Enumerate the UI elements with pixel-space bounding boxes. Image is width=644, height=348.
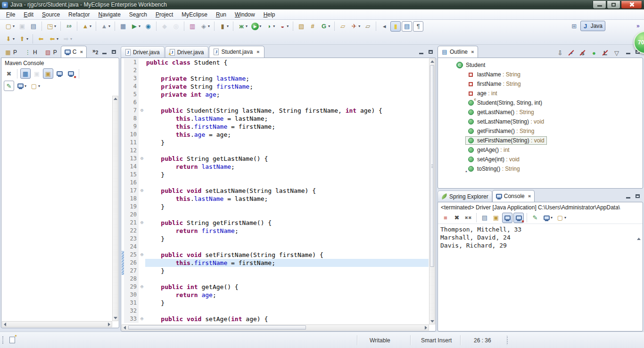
code-text[interactable]: public class Student { bbox=[145, 58, 429, 66]
menu-navigate[interactable]: Navigate bbox=[94, 10, 124, 19]
word-wrap-button[interactable] bbox=[502, 213, 512, 223]
menu-myeclipse[interactable]: MyEclipse bbox=[177, 10, 212, 19]
report-design-button[interactable]: ▥ bbox=[187, 21, 198, 32]
left-vertical-scrollbar[interactable] bbox=[112, 96, 118, 321]
code-text[interactable] bbox=[145, 179, 429, 187]
code-area[interactable]: 1public class Student {23 private String… bbox=[122, 58, 429, 324]
start-server-button[interactable]: ▶▾ bbox=[129, 21, 142, 32]
line-number[interactable]: 33 bbox=[124, 315, 139, 323]
maven-console-output[interactable] bbox=[2, 95, 112, 321]
line-number[interactable]: 16 bbox=[124, 179, 139, 187]
code-text[interactable]: public void setFirstName(String firstNam… bbox=[145, 251, 429, 259]
line-number[interactable]: 10 bbox=[124, 131, 139, 139]
line-number[interactable]: 14 bbox=[124, 163, 139, 171]
code-text[interactable]: return lastName; bbox=[145, 163, 429, 171]
editor-tab-student-java[interactable]: JStudent.java✖ bbox=[209, 46, 264, 58]
line-number[interactable]: 19 bbox=[124, 203, 139, 211]
outline-item-lastname[interactable]: lastName : String bbox=[438, 70, 643, 79]
sort-button[interactable]: ⇩ bbox=[555, 48, 565, 58]
console-vertical-scrollbar[interactable] bbox=[636, 236, 642, 330]
new-class-button[interactable]: G▾ bbox=[319, 21, 331, 32]
line-number[interactable]: 20 bbox=[124, 211, 139, 219]
previous-annotation-button[interactable]: ⬆▾ bbox=[17, 34, 30, 44]
view-tab-spring-explorer[interactable]: Spring Explorer bbox=[438, 191, 492, 202]
outline-item-tostring[interactable]: toString() : String bbox=[438, 164, 643, 174]
mark-occurrences-button[interactable]: ▮ bbox=[390, 21, 401, 32]
line-number[interactable]: 28 bbox=[124, 275, 139, 283]
view-tab-package-explorer[interactable]: ▦P bbox=[1, 46, 21, 58]
outline-item-setlastname-string[interactable]: setLastName(String) : void bbox=[438, 117, 643, 126]
show-on-output-button[interactable]: ✖ bbox=[513, 213, 524, 223]
display-console-button[interactable]: ▾ bbox=[541, 213, 554, 223]
scroll-lock-button[interactable]: ▣ bbox=[491, 213, 501, 223]
toolbar-overflow-chevron[interactable]: » bbox=[636, 23, 640, 29]
open-file-button[interactable]: ▱ bbox=[363, 21, 373, 32]
editor-tab-driver-java[interactable]: J▲Driver.java bbox=[165, 46, 209, 58]
menu-edit[interactable]: Edit bbox=[19, 10, 38, 19]
hide-local-types-button[interactable]: L bbox=[600, 48, 611, 58]
debug-button[interactable]: ж▾ bbox=[236, 21, 249, 32]
minimize-editor-button[interactable] bbox=[417, 48, 425, 55]
view-tab-console[interactable]: Console✖ bbox=[492, 190, 535, 202]
menu-file[interactable]: File bbox=[2, 10, 19, 19]
view-overflow-button[interactable]: »2 bbox=[92, 48, 98, 57]
fold-marker-icon[interactable]: ⊖ bbox=[139, 251, 145, 259]
window-close-button[interactable] bbox=[621, 1, 642, 9]
pin-console-button[interactable]: ✎ bbox=[4, 81, 14, 91]
derby-database-button[interactable]: ▮▾ bbox=[217, 21, 230, 32]
code-text[interactable]: this.lastName = lastName; bbox=[145, 195, 429, 203]
line-number[interactable]: 4 bbox=[124, 83, 139, 91]
window-maximize-button[interactable] bbox=[607, 1, 620, 9]
code-text[interactable] bbox=[145, 99, 429, 107]
code-text[interactable]: public String getFirstName() { bbox=[145, 219, 429, 227]
editor-vertical-scroll-thumb[interactable] bbox=[430, 65, 434, 267]
code-text[interactable]: return firstName; bbox=[145, 227, 429, 235]
fold-marker-icon[interactable]: ⊖ bbox=[139, 107, 145, 115]
hide-static-button[interactable]: s bbox=[578, 48, 588, 58]
back-button[interactable]: ⬅▾ bbox=[47, 34, 60, 44]
code-text[interactable]: } bbox=[145, 139, 429, 147]
line-number[interactable]: 27 bbox=[124, 267, 139, 275]
code-text[interactable]: this.lastName = lastName; bbox=[145, 115, 429, 123]
view-tab-console[interactable]: C✖ bbox=[61, 46, 87, 58]
line-number[interactable]: 17 bbox=[124, 187, 139, 195]
project-deploy-button[interactable]: ▲▾ bbox=[99, 21, 112, 32]
fold-marker-icon[interactable]: ⊖ bbox=[139, 315, 145, 323]
close-tab-icon[interactable]: ✖ bbox=[256, 50, 260, 54]
editor-horizontal-scroll-thumb[interactable] bbox=[128, 325, 306, 330]
window-minimize-button[interactable] bbox=[593, 1, 606, 9]
outline-item-setage-int[interactable]: setAge(int) : void bbox=[438, 155, 643, 164]
new-wizard-button[interactable]: ▢▾ bbox=[3, 21, 16, 32]
line-number[interactable]: 12 bbox=[124, 147, 139, 155]
code-text[interactable]: } bbox=[145, 171, 429, 179]
code-text[interactable] bbox=[145, 307, 429, 315]
run-server-button[interactable]: ▦ bbox=[118, 21, 128, 32]
fold-marker-icon[interactable]: ⊖ bbox=[139, 155, 145, 163]
line-number[interactable]: 1 bbox=[124, 58, 139, 66]
code-text[interactable]: this.firstName = firstName; bbox=[145, 123, 429, 131]
hide-fields-button[interactable]: ▪ bbox=[566, 48, 577, 58]
line-number[interactable]: 22 bbox=[124, 227, 139, 235]
left-horizontal-scrollbar[interactable] bbox=[2, 321, 112, 327]
menu-project[interactable]: Project bbox=[151, 10, 177, 19]
close-tab-icon[interactable]: ✖ bbox=[80, 50, 83, 54]
menu-refactor[interactable]: Refactor bbox=[64, 10, 94, 19]
terminate-button[interactable]: ✖ bbox=[4, 68, 14, 79]
open-console-button[interactable]: ▢▾ bbox=[555, 213, 568, 223]
last-edit-button[interactable]: ⬅ bbox=[36, 34, 46, 44]
line-number[interactable]: 9 bbox=[124, 123, 139, 131]
code-text[interactable]: private String lastName; bbox=[145, 75, 429, 83]
line-number[interactable]: 24 bbox=[124, 243, 139, 251]
outline-view-menu-button[interactable]: ▽ bbox=[611, 48, 622, 58]
remove-console-button[interactable]: ✖ bbox=[66, 68, 76, 79]
scroll-lock-button[interactable]: ▣ bbox=[43, 68, 53, 79]
code-text[interactable]: } bbox=[145, 267, 429, 275]
line-number[interactable]: 18 bbox=[124, 195, 139, 203]
show-selected-element-button[interactable]: ▤ bbox=[402, 21, 412, 32]
minimize-view-button[interactable] bbox=[624, 48, 632, 55]
maximize-view-button[interactable] bbox=[634, 192, 642, 199]
editor-tab-driver-java[interactable]: JDriver.java bbox=[121, 46, 165, 58]
show-console-on-output-button[interactable]: ▦ bbox=[20, 68, 31, 79]
deploy-button[interactable]: ▲▾ bbox=[80, 21, 93, 32]
outline-item-getlastname[interactable]: getLastName() : String bbox=[438, 108, 643, 117]
